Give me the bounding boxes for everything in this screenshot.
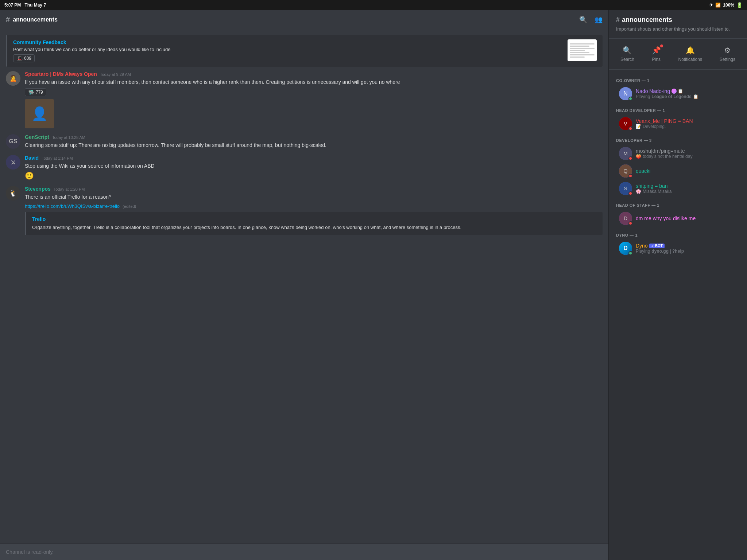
message-header-speartaro: Speartaro | DMs Always Open Today at 9:2… [25,71,603,77]
wifi-icon: 📶 [715,3,721,8]
message-text-genscript: Clearing some stuff up: There are no big… [25,141,603,149]
sidebar-channel-name: announcements [622,16,672,24]
message-group-stevenpos: 🐧 Stevenpos Today at 1:20 PM There is an… [6,186,603,235]
status-time: 5:07 PM Thu May 7 [4,3,46,8]
right-sidebar: # announcements Important shouts and oth… [608,10,747,560]
member-status-nado: Playing League of Legends 📋 [636,94,737,99]
member-status-dyno: Playing dyno.gg | ?help [636,249,737,254]
username-speartaro[interactable]: Speartaro | DMs Always Open [25,71,97,77]
speartaro-image: 👤 [25,99,54,128]
speartaro-reaction-count: 779 [36,90,43,95]
note-icon-nado: 📋 [678,89,683,94]
member-info-moshu: moshu|dm/ping=mute 🍑 today's not the hen… [636,148,737,159]
role-header-dyno: DYNO — 1 [609,227,747,240]
thumbnail-preview [568,41,597,60]
message-text-stevenpos: There is an official Trello for a reason… [25,193,603,201]
member-veanx[interactable]: V Veanx_Me | PING = BAN 📝 Developing. [612,115,744,132]
readonly-bar: Channel is read-only. [0,544,608,560]
avatar-dmme: D [619,212,632,225]
pin-notification-badge [660,44,663,47]
member-info-shitping: shitping = ban 🌸 Misaka Misaka [636,183,737,194]
toolbar-notifications[interactable]: 🔔 Notifications [674,44,707,63]
role-header-headstaff: HEAD OF STAFF — 1 [609,197,747,210]
member-name-row-dmme: dm me why you dislike me [636,215,737,221]
pinned-embed-content: Community Feedback Post what you think w… [13,39,563,62]
trello-link[interactable]: https://trello.com/b/uWh3QISv/a-bizarre-… [25,203,120,209]
message-header-genscript: GenScript Today at 10:28 AM [25,134,603,140]
username-genscript[interactable]: GenScript [25,134,49,140]
member-shitping[interactable]: S shitping = ban 🌸 Misaka Misaka [612,180,744,197]
toolbar-pins-label: Pins [652,57,661,62]
channel-hash-icon: # [6,15,10,24]
member-name-dyno: Dyno [636,243,648,249]
battery-icon: 🔋 [736,2,743,8]
status-nado [628,97,632,101]
status-quacki [628,174,632,178]
toolbar-settings-label: Settings [720,57,735,62]
member-moshu[interactable]: M moshu|dm/ping=mute 🍑 today's not the h… [612,145,744,162]
pinned-embed-desc: Post what you think we can do better or … [13,47,563,52]
bot-check-icon: ✓ [651,244,654,248]
speartaro-reaction-emoji: 🛸 [28,89,34,95]
member-name-veanx: Veanx_Me | PING = BAN [636,118,693,124]
sidebar-channel-title: # announcements [616,16,740,24]
member-nado[interactable]: N Nado Nado-ing 📋 Playing League of Lege… [612,85,744,102]
pinned-embed-title[interactable]: Community Feedback [13,39,563,45]
avatar-david[interactable]: ⚔ [6,155,20,170]
message-content-genscript: GenScript Today at 10:28 AM Clearing som… [25,134,603,149]
member-dyno[interactable]: D Dyno ✓ BOT Playing dyno.gg | ?help [612,240,744,257]
avatar-quacki: Q [619,164,632,178]
status-shitping [628,191,632,195]
member-quacki[interactable]: Q quacki [612,162,744,180]
status-dmme [628,221,632,225]
member-status-veanx: 📝 Developing. [636,124,737,129]
member-name-nado: Nado Nado-ing [636,88,670,94]
toolbar-settings[interactable]: ⚙ Settings [715,44,740,63]
trello-embed-title[interactable]: Trello [32,216,597,222]
reaction-count: 609 [24,56,31,61]
app-layout: # announcements 🔍 👥 Community Feedback P… [0,10,747,560]
member-name-quacki: quacki [636,168,650,174]
member-name-moshu: moshu|dm/ping=mute [636,148,685,154]
avatar-genscript[interactable]: GS [6,134,20,149]
toolbar-search-label: Search [620,57,634,62]
message-text-speartaro: If you have an issue with any of our sta… [25,78,603,86]
battery-text: 100% [723,3,734,8]
toolbar-notifications-icon: 🔔 [686,46,695,55]
username-stevenpos[interactable]: Stevenpos [25,186,51,192]
message-group-genscript: GS GenScript Today at 10:28 AM Clearing … [6,134,603,149]
toolbar-pins-icon: 📌 [652,46,661,55]
member-info-dyno: Dyno ✓ BOT Playing dyno.gg | ?help [636,243,737,254]
toolbar-pins[interactable]: 📌 Pins [647,44,665,63]
message-content-stevenpos: Stevenpos Today at 1:20 PM There is an o… [25,186,603,235]
member-dmme[interactable]: D dm me why you dislike me [612,210,744,227]
speartaro-reaction[interactable]: 🛸 779 [25,88,46,96]
channel-title-area: # announcements [6,15,58,24]
avatar-speartaro[interactable]: 🙎 [6,71,20,86]
david-emoji: 🙂 [25,171,603,180]
avatar-stevenpos[interactable]: 🐧 [6,186,20,201]
pinned-reaction[interactable]: 🎩 609 [13,54,35,62]
sidebar-description: Important shouts and other things you sh… [616,26,740,32]
channel-header: # announcements 🔍 👥 [0,10,608,29]
channel-name: announcements [13,16,58,23]
role-header-coowner: CO-OWNER — 1 [609,73,747,85]
member-name-row-dyno: Dyno ✓ BOT [636,243,737,249]
toolbar-settings-icon: ⚙ [724,46,731,55]
member-status-moshu: 🍑 today's not the hentai day [636,154,737,159]
avatar-shitping: S [619,182,632,195]
status-moshu [628,156,632,160]
username-david[interactable]: David [25,155,39,161]
pinned-embed: Community Feedback Post what you think w… [6,35,603,67]
member-name-shitping: shitping = ban [636,183,668,189]
trello-link-row: https://trello.com/b/uWh3QISv/a-bizarre-… [25,203,603,209]
reaction-emoji: 🎩 [16,55,23,61]
avatar-moshu: M [619,147,632,160]
toolbar-search-icon: 🔍 [623,46,632,55]
message-text-david: Stop using the Wiki as your source of in… [25,162,603,170]
members-icon[interactable]: 👥 [595,16,603,24]
toolbar-search[interactable]: 🔍 Search [616,44,639,63]
search-icon[interactable]: 🔍 [579,16,587,24]
member-name-dmme: dm me why you dislike me [636,215,696,221]
message-header-stevenpos: Stevenpos Today at 1:20 PM [25,186,603,192]
